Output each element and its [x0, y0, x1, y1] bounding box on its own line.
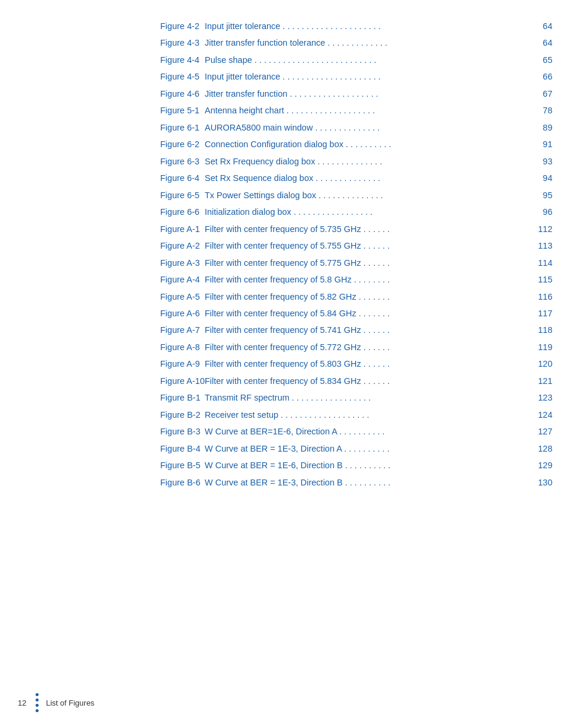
toc-row: Figure 4-6Jitter transfer function . . .…	[160, 85, 552, 102]
figure-ref[interactable]: Figure 6-1	[160, 119, 205, 136]
toc-row: Figure A-2Filter with center frequency o…	[160, 237, 552, 254]
figure-page: 94	[538, 170, 552, 186]
figure-ref[interactable]: Figure B-4	[160, 440, 205, 457]
figure-title[interactable]: Initialization dialog box . . . . . . . …	[205, 204, 538, 220]
footer-dot-4	[36, 709, 39, 712]
figure-title[interactable]: W Curve at BER=1E-6, Direction A . . . .…	[205, 423, 538, 440]
figure-title[interactable]: Tx Power Settings dialog box . . . . . .…	[205, 187, 538, 204]
figure-title[interactable]: Filter with center frequency of 5.834 GH…	[205, 373, 538, 389]
figure-title[interactable]: Transmit RF spectrum . . . . . . . . . .…	[205, 389, 538, 406]
figure-ref[interactable]: Figure 4-4	[160, 52, 205, 68]
figure-title[interactable]: Set Rx Sequence dialog box . . . . . . .…	[205, 170, 538, 186]
toc-row: Figure 6-1AURORA5800 main window . . . .…	[160, 119, 552, 136]
figure-title[interactable]: Filter with center frequency of 5.803 GH…	[205, 355, 538, 372]
figure-title[interactable]: Input jitter tolerance . . . . . . . . .…	[205, 68, 538, 85]
toc-row: Figure 6-4Set Rx Sequence dialog box . .…	[160, 170, 552, 186]
figure-title[interactable]: Antenna height chart . . . . . . . . . .…	[205, 102, 538, 119]
figure-ref[interactable]: Figure 4-6	[160, 85, 205, 102]
footer-left: 12 List of Figures	[18, 693, 94, 712]
toc-row: Figure 6-2Connection Configuration dialo…	[160, 136, 552, 153]
figure-title[interactable]: Filter with center frequency of 5.84 GHz…	[205, 305, 538, 322]
figure-ref[interactable]: Figure 4-2	[160, 18, 205, 34]
figure-page: 93	[538, 153, 552, 170]
toc-row: Figure 6-6Initialization dialog box . . …	[160, 204, 552, 220]
figure-ref[interactable]: Figure B-3	[160, 423, 205, 440]
toc-row: Figure 6-5Tx Power Settings dialog box .…	[160, 187, 552, 204]
toc-row: Figure 4-3Jitter transfer function toler…	[160, 34, 552, 51]
figure-page: 121	[538, 373, 552, 389]
toc-row: Figure 4-4Pulse shape . . . . . . . . . …	[160, 52, 552, 68]
figure-title[interactable]: Jitter transfer function tolerance . . .…	[205, 34, 538, 51]
figure-page: 64	[538, 18, 552, 34]
figure-title[interactable]: Jitter transfer function . . . . . . . .…	[205, 85, 538, 102]
figure-ref[interactable]: Figure B-6	[160, 474, 205, 491]
figure-ref[interactable]: Figure A-10	[160, 373, 205, 389]
footer-dot-3	[36, 704, 39, 707]
figure-title[interactable]: AURORA5800 main window . . . . . . . . .…	[205, 119, 538, 136]
figure-page: 116	[538, 288, 552, 305]
figure-title[interactable]: Filter with center frequency of 5.735 GH…	[205, 221, 538, 237]
footer-label: List of Figures	[46, 698, 94, 707]
figure-page: 113	[538, 237, 552, 254]
toc-row: Figure B-3W Curve at BER=1E-6, Direction…	[160, 423, 552, 440]
figure-page: 112	[538, 221, 552, 237]
figure-title[interactable]: W Curve at BER = 1E-3, Direction B . . .…	[205, 474, 538, 491]
figure-ref[interactable]: Figure A-1	[160, 221, 205, 237]
figure-ref[interactable]: Figure B-5	[160, 457, 205, 474]
figure-ref[interactable]: Figure A-2	[160, 237, 205, 254]
figure-ref[interactable]: Figure A-3	[160, 255, 205, 271]
figure-ref[interactable]: Figure 6-2	[160, 136, 205, 153]
figure-title[interactable]: Filter with center frequency of 5.775 GH…	[205, 255, 538, 271]
figure-ref[interactable]: Figure A-6	[160, 305, 205, 322]
figure-ref[interactable]: Figure 4-5	[160, 68, 205, 85]
figure-title[interactable]: Filter with center frequency of 5.741 GH…	[205, 322, 538, 338]
toc-row: Figure 5-1Antenna height chart . . . . .…	[160, 102, 552, 119]
figure-page: 124	[538, 407, 552, 423]
figure-ref[interactable]: Figure A-7	[160, 322, 205, 338]
figure-page: 91	[538, 136, 552, 153]
figure-title[interactable]: Filter with center frequency of 5.82 GHz…	[205, 288, 538, 305]
footer-dot-1	[36, 693, 39, 696]
toc-row: Figure A-9Filter with center frequency o…	[160, 355, 552, 372]
toc-row: Figure A-10Filter with center frequency …	[160, 373, 552, 389]
figure-page: 117	[538, 305, 552, 322]
figure-ref[interactable]: Figure A-8	[160, 339, 205, 355]
figure-title[interactable]: Filter with center frequency of 5.8 GHz …	[205, 271, 538, 288]
toc-row: Figure A-4Filter with center frequency o…	[160, 271, 552, 288]
figure-ref[interactable]: Figure 6-3	[160, 153, 205, 170]
figure-ref[interactable]: Figure 6-6	[160, 204, 205, 220]
figure-ref[interactable]: Figure A-5	[160, 288, 205, 305]
toc-row: Figure A-7Filter with center frequency o…	[160, 322, 552, 338]
figure-ref[interactable]: Figure 5-1	[160, 102, 205, 119]
figure-page: 67	[538, 85, 552, 102]
figure-title[interactable]: Connection Configuration dialog box . . …	[205, 136, 538, 153]
figure-page: 64	[538, 34, 552, 51]
figure-title[interactable]: W Curve at BER = 1E-6, Direction B . . .…	[205, 457, 538, 474]
figure-title[interactable]: Receiver test setup . . . . . . . . . . …	[205, 407, 538, 423]
figure-title[interactable]: Input jitter tolerance . . . . . . . . .…	[205, 18, 538, 34]
figure-ref[interactable]: Figure B-2	[160, 407, 205, 423]
toc-row: Figure A-5Filter with center frequency o…	[160, 288, 552, 305]
figure-ref[interactable]: Figure B-1	[160, 389, 205, 406]
toc-row: Figure A-3Filter with center frequency o…	[160, 255, 552, 271]
figure-page: 129	[538, 457, 552, 474]
toc-row: Figure 6-3Set Rx Frequency dialog box . …	[160, 153, 552, 170]
figure-page: 118	[538, 322, 552, 338]
figure-ref[interactable]: Figure A-4	[160, 271, 205, 288]
figure-title[interactable]: Filter with center frequency of 5.755 GH…	[205, 237, 538, 254]
footer-dots	[36, 693, 39, 712]
figure-title[interactable]: Set Rx Frequency dialog box . . . . . . …	[205, 153, 538, 170]
figure-title[interactable]: Pulse shape . . . . . . . . . . . . . . …	[205, 52, 538, 68]
figure-ref[interactable]: Figure A-9	[160, 355, 205, 372]
content-area: Figure 4-2Input jitter tolerance . . . .…	[160, 12, 552, 491]
figure-ref[interactable]: Figure 4-3	[160, 34, 205, 51]
figure-title[interactable]: W Curve at BER = 1E-3, Direction A . . .…	[205, 440, 538, 457]
figure-page: 120	[538, 355, 552, 372]
page-container: Figure 4-2Input jitter tolerance . . . .…	[0, 0, 588, 724]
figure-page: 115	[538, 271, 552, 288]
figure-page: 123	[538, 389, 552, 406]
figure-ref[interactable]: Figure 6-4	[160, 170, 205, 186]
figure-page: 66	[538, 68, 552, 85]
figure-ref[interactable]: Figure 6-5	[160, 187, 205, 204]
figure-title[interactable]: Filter with center frequency of 5.772 GH…	[205, 339, 538, 355]
